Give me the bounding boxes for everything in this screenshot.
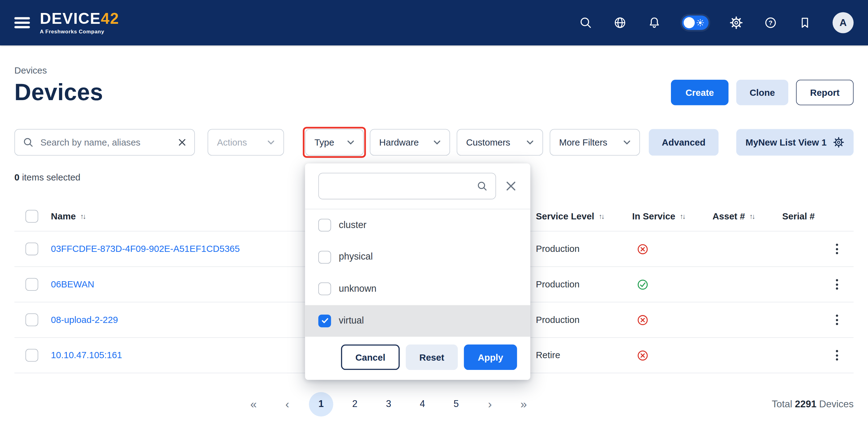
page-button-3[interactable]: 3 [376, 392, 401, 417]
type-filter-dropdown[interactable]: Type [305, 129, 364, 156]
chevron-down-icon [623, 140, 630, 145]
hardware-filter-label: Hardware [379, 137, 419, 148]
highlight-box [303, 127, 366, 158]
column-label: Service Level [536, 211, 594, 221]
customers-filter-dropdown[interactable]: Customers [457, 129, 543, 156]
chevron-down-icon [526, 140, 533, 145]
column-header-serial[interactable]: Serial # [782, 211, 829, 221]
bell-icon[interactable] [648, 16, 661, 29]
total-label: Total [772, 398, 795, 410]
column-label: Asset # [712, 211, 745, 221]
hamburger-bar [14, 26, 30, 28]
user-avatar[interactable]: A [833, 12, 854, 33]
actions-dropdown[interactable]: Actions [208, 129, 284, 156]
option-label: unknown [339, 284, 376, 295]
sort-icon[interactable]: ↑↓ [599, 212, 603, 220]
column-header-in-service[interactable]: In Service↑↓ [632, 211, 713, 221]
first-page-button[interactable]: « [241, 392, 266, 417]
clear-search-icon[interactable] [178, 138, 187, 147]
device-name-link[interactable]: 08-upload-2-229 [51, 315, 118, 325]
row-checkbox[interactable] [25, 278, 38, 291]
page-button-2[interactable]: 2 [343, 392, 367, 417]
option-checkbox[interactable] [318, 219, 331, 232]
select-all-checkbox[interactable] [25, 210, 38, 222]
panel-clear-icon[interactable] [505, 180, 517, 192]
kebab-dot [836, 358, 838, 360]
customers-filter-label: Customers [466, 137, 510, 148]
row-checkbox[interactable] [25, 243, 38, 255]
filter-bar: Actions Type Hardware Customers More Fil… [14, 129, 854, 156]
navbar-actions: ? A [579, 12, 854, 33]
create-button[interactable]: Create [671, 80, 728, 105]
type-filter-panel: cluster physical unknown virtual Cancel … [305, 164, 530, 380]
row-menu-kebab-icon[interactable] [834, 313, 840, 327]
list-view-button[interactable]: MyNew List View 1 [736, 129, 854, 156]
option-label: cluster [339, 220, 367, 231]
row-checkbox[interactable] [25, 314, 38, 326]
option-checkbox[interactable] [318, 250, 331, 263]
kebab-dot [836, 315, 838, 317]
type-search-input[interactable] [327, 180, 477, 192]
clone-button[interactable]: Clone [736, 80, 788, 105]
row-menu-kebab-icon[interactable] [834, 241, 840, 256]
list-view-label: MyNew List View 1 [746, 137, 827, 148]
column-header-service-level[interactable]: Service Level↑↓ [536, 211, 632, 221]
breadcrumb[interactable]: Devices [14, 65, 47, 76]
apply-button[interactable]: Apply [464, 345, 517, 370]
brand-logo-42: 42 [101, 10, 119, 28]
device-search-box [14, 129, 195, 156]
title-row: Devices Create Clone Report [14, 79, 854, 106]
selection-label: items selected [20, 172, 80, 182]
gear-icon[interactable] [730, 16, 743, 29]
row-menu-kebab-icon[interactable] [834, 277, 840, 292]
page-button-1[interactable]: 1 [309, 392, 333, 417]
page-button-5[interactable]: 5 [444, 392, 468, 417]
actions-dropdown-label: Actions [217, 137, 247, 148]
column-header-asset[interactable]: Asset #↑↓ [712, 211, 782, 221]
total-count: 2291 [795, 398, 816, 410]
theme-toggle[interactable] [682, 16, 709, 30]
total-unit: Devices [816, 398, 854, 410]
device-name-link[interactable]: 10.10.47.105:161 [51, 350, 122, 361]
last-page-button[interactable]: » [512, 392, 536, 417]
total-devices-text: Total 2291 Devices [772, 398, 854, 410]
prev-page-button[interactable]: ‹ [275, 392, 300, 417]
search-input[interactable] [39, 137, 178, 148]
option-label: physical [339, 251, 373, 263]
advanced-button[interactable]: Advanced [649, 129, 718, 156]
list-view-gear-icon[interactable] [833, 137, 844, 148]
search-icon[interactable] [579, 16, 592, 29]
row-menu-kebab-icon[interactable] [834, 348, 840, 362]
in-service-no-icon [637, 349, 713, 361]
sort-icon[interactable]: ↑↓ [749, 212, 754, 220]
device-name-link[interactable]: 06BEWAN [51, 279, 94, 290]
row-checkbox[interactable] [25, 349, 38, 361]
type-option-virtual[interactable]: virtual [305, 305, 530, 337]
hardware-filter-dropdown[interactable]: Hardware [370, 129, 450, 156]
type-option-cluster[interactable]: cluster [305, 209, 530, 241]
sort-icon[interactable]: ↑↓ [680, 212, 685, 220]
help-icon[interactable]: ? [764, 16, 777, 29]
in-service-no-icon [637, 314, 713, 326]
kebab-dot [836, 354, 838, 356]
column-label: Name [51, 211, 76, 221]
cancel-button[interactable]: Cancel [341, 345, 400, 370]
chevron-down-icon [268, 140, 275, 145]
next-page-button[interactable]: › [478, 392, 502, 417]
report-button[interactable]: Report [796, 80, 854, 105]
hamburger-bar [14, 17, 30, 20]
option-checkbox-checked[interactable] [318, 314, 331, 327]
hamburger-menu-icon[interactable] [14, 17, 30, 28]
device-name-link[interactable]: 03FFCDFE-873D-4F09-902E-A51EF1CD5365 [51, 244, 240, 254]
globe-icon[interactable] [614, 16, 627, 29]
pagination: « ‹ 1 2 3 4 5 › » [241, 391, 536, 417]
brand-logo[interactable]: DEVICE42 A Freshworks Company [40, 11, 119, 34]
type-option-physical[interactable]: physical [305, 241, 530, 273]
reset-button[interactable]: Reset [406, 345, 458, 370]
bookmark-icon[interactable] [798, 16, 811, 29]
sort-icon[interactable]: ↑↓ [80, 212, 85, 220]
type-option-unknown[interactable]: unknown [305, 273, 530, 305]
option-checkbox[interactable] [318, 283, 331, 295]
more-filters-dropdown[interactable]: More Filters [550, 129, 640, 156]
page-button-4[interactable]: 4 [410, 392, 435, 417]
